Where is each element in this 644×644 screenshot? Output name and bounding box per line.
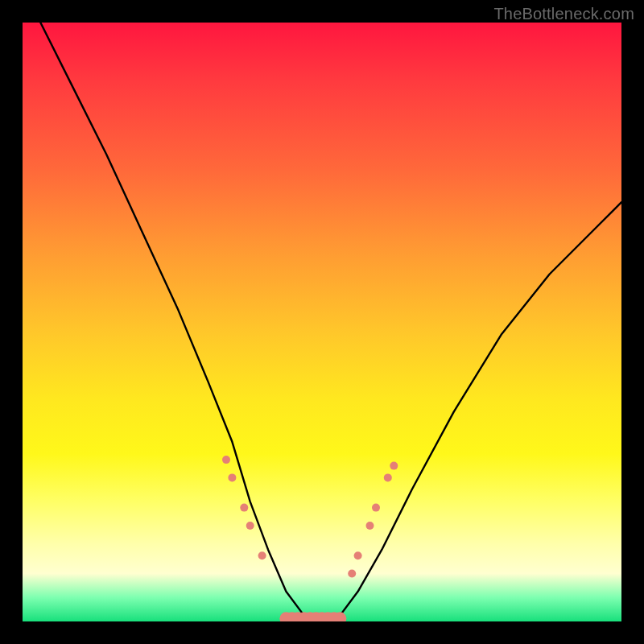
curve-marker xyxy=(222,456,230,464)
curve-marker xyxy=(390,462,398,470)
curve-marker xyxy=(228,473,236,481)
curve-marker xyxy=(384,473,392,481)
watermark-text: TheBottleneck.com xyxy=(493,5,634,23)
bottleneck-curve xyxy=(23,23,621,621)
chart-frame: TheBottleneck.com xyxy=(0,0,644,644)
curve-marker xyxy=(348,570,356,578)
curve-marker xyxy=(366,522,374,530)
curve-marker xyxy=(258,551,266,559)
curve-marker xyxy=(246,522,254,530)
curve-marker xyxy=(372,504,380,512)
chart-plot-area xyxy=(23,23,621,621)
curve-marker xyxy=(354,551,362,559)
curve-marker xyxy=(240,504,248,512)
